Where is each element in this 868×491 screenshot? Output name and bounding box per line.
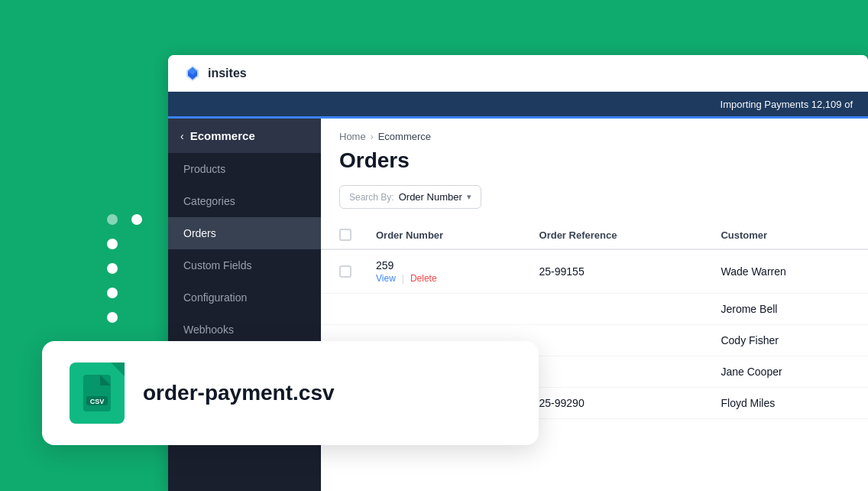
sidebar-header: ‹ Ecommerce	[168, 119, 321, 153]
delete-action[interactable]: Delete	[410, 273, 437, 284]
select-all-header	[321, 221, 364, 249]
dot	[131, 214, 142, 225]
csv-file-icon: CSV	[80, 372, 114, 415]
dot	[107, 263, 118, 274]
back-icon[interactable]: ‹	[180, 130, 184, 142]
action-separator: |	[402, 273, 404, 284]
svg-text:CSV: CSV	[90, 398, 105, 405]
view-action[interactable]: View	[376, 273, 396, 284]
table-row: Jerome Bell	[321, 294, 868, 325]
csv-card: CSV order-payment.csv	[42, 341, 539, 445]
breadcrumb: Home › Ecommerce	[321, 119, 868, 142]
table-header-row: Order Number Order Reference Customer	[321, 221, 868, 249]
csv-filename: order-payment.csv	[143, 381, 335, 405]
sidebar-title: Ecommerce	[190, 129, 255, 142]
search-bar: Search By: Order Number ▾	[321, 185, 868, 221]
order-num: 259	[376, 259, 515, 272]
import-bar-text: Importing Payments 12,109 of	[721, 99, 853, 110]
customer-header: Customer	[708, 221, 868, 249]
browser-topbar: insites	[168, 55, 868, 92]
decorative-dots	[107, 214, 142, 323]
customer-cell: Cody Fisher	[708, 325, 868, 356]
sidebar-item-categories[interactable]: Categories	[168, 185, 321, 217]
order-ref-cell: 25-99155	[527, 249, 709, 294]
customer-cell: Wade Warren	[708, 249, 868, 294]
table-row: 259 View | Delete 25-99155 Wade Warren	[321, 249, 868, 294]
dot	[107, 312, 118, 323]
order-ref-cell: 25-99290	[527, 388, 709, 419]
chevron-down-icon: ▾	[467, 192, 471, 202]
dot	[107, 288, 118, 298]
row-checkbox[interactable]	[339, 265, 351, 278]
logo-icon	[183, 64, 202, 83]
page-title: Orders	[321, 142, 868, 185]
sidebar-item-configuration[interactable]: Configuration	[168, 281, 321, 314]
customer-cell: Floyd Miles	[708, 388, 868, 419]
dot	[107, 239, 118, 249]
svg-rect-3	[83, 375, 111, 411]
dot	[107, 214, 118, 225]
search-by-dropdown[interactable]: Search By: Order Number ▾	[339, 185, 481, 209]
app-name: insites	[208, 67, 247, 80]
sidebar-item-products[interactable]: Products	[168, 153, 321, 185]
customer-cell: Jane Cooper	[708, 356, 868, 388]
breadcrumb-section: Ecommerce	[378, 131, 431, 142]
customer-cell: Jerome Bell	[708, 294, 868, 325]
search-by-label: Search By:	[349, 192, 394, 203]
order-reference-header: Order Reference	[527, 221, 709, 249]
breadcrumb-home[interactable]: Home	[339, 131, 366, 142]
row-checkbox-cell	[321, 249, 364, 294]
order-number-header: Order Number	[364, 221, 527, 249]
sidebar-item-custom-fields[interactable]: Custom Fields	[168, 249, 321, 281]
logo-area: insites	[183, 64, 247, 83]
import-bar: Importing Payments 12,109 of	[168, 92, 868, 116]
order-number-cell: 259 View | Delete	[364, 249, 527, 294]
sidebar-item-orders[interactable]: Orders	[168, 217, 321, 249]
csv-icon: CSV	[70, 363, 125, 424]
select-all-checkbox[interactable]	[339, 229, 351, 241]
search-by-value: Order Number	[399, 191, 462, 203]
breadcrumb-chevron: ›	[371, 132, 374, 142]
